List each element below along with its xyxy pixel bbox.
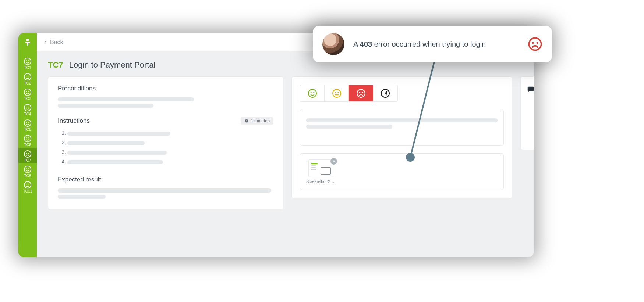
result-note-box[interactable] <box>300 109 504 146</box>
attachment-box: ✕ Screenshot-20… <box>300 153 504 190</box>
svg-point-14 <box>28 107 29 107</box>
svg-point-28 <box>26 184 27 184</box>
app-frame: TC1 TC2 TC3 TC4 TC5 <box>18 33 534 257</box>
clock-icon <box>244 119 249 123</box>
sidebar-item-tc7[interactable]: TC7 <box>18 148 37 163</box>
svg-point-16 <box>26 122 27 123</box>
instructions-list <box>58 128 273 166</box>
instructions-heading: Instructions <box>58 117 90 125</box>
smile-icon <box>308 89 317 98</box>
avatar <box>322 33 344 55</box>
error-toast: A 403 error occurred when trying to logi… <box>313 26 552 62</box>
sidebar-item-tc11[interactable]: TC11 <box>18 179 37 194</box>
rating-pass-button[interactable] <box>300 85 325 101</box>
svg-point-20 <box>28 137 29 138</box>
instruction-item <box>67 128 273 138</box>
sidebar-item-label: TC8 <box>24 174 31 178</box>
details-card: Preconditions Instructions 1 minutes <box>48 76 283 209</box>
placeholder-line <box>58 195 106 199</box>
result-card: ✕ Screenshot-20… <box>291 76 512 198</box>
svg-point-33 <box>313 92 314 93</box>
svg-point-3 <box>24 58 31 65</box>
svg-point-27 <box>24 181 31 188</box>
svg-point-34 <box>333 89 341 97</box>
frown-icon <box>528 37 542 51</box>
svg-point-35 <box>335 92 336 93</box>
rating-warn-button[interactable] <box>325 85 349 101</box>
sidebar-item-label: TC2 <box>24 81 31 85</box>
instruction-item <box>67 138 273 147</box>
neutral-icon <box>332 89 342 98</box>
sidebar-item-label: TC5 <box>24 127 31 132</box>
svg-point-23 <box>28 153 29 154</box>
rating-fail-button[interactable] <box>349 85 373 101</box>
svg-point-8 <box>28 76 29 76</box>
face-icon <box>24 181 32 189</box>
svg-point-29 <box>28 184 29 184</box>
attachment-thumb[interactable]: ✕ Screenshot-20… <box>306 159 336 184</box>
sidebar-item-tc3[interactable]: TC3 <box>18 86 37 101</box>
back-button[interactable]: Back <box>43 39 63 46</box>
svg-point-11 <box>28 91 29 92</box>
sidebar-item-label: TC11 <box>23 189 32 193</box>
sidebar-item-tc8[interactable]: TC8 <box>18 163 37 179</box>
sidebar-item-tc2[interactable]: TC2 <box>18 71 37 86</box>
rating-blocked-button[interactable] <box>373 85 397 101</box>
svg-point-12 <box>24 104 31 111</box>
face-icon <box>24 150 32 158</box>
attachment-filename: Screenshot-20… <box>306 179 336 184</box>
svg-point-36 <box>337 92 339 93</box>
sidebar-item-label: TC1 <box>24 66 31 70</box>
sidebar-item-tc4[interactable]: TC4 <box>18 101 37 117</box>
svg-point-7 <box>26 76 27 76</box>
placeholder-line <box>58 97 194 101</box>
sidebar-item-tc1[interactable]: TC1 <box>18 55 37 71</box>
blocked-icon <box>381 89 390 98</box>
svg-point-39 <box>362 92 363 93</box>
svg-point-13 <box>26 107 27 107</box>
svg-point-31 <box>308 89 316 97</box>
svg-point-19 <box>26 137 27 138</box>
placeholder-line <box>306 118 498 122</box>
sidebar-item-tc6[interactable]: TC6 <box>18 132 37 148</box>
placeholder-line <box>306 125 392 129</box>
main-area: Back TC7 Login to Payment Portal Precond… <box>37 33 534 257</box>
test-case-name: Login to Payment Portal <box>69 60 156 69</box>
instruction-item <box>67 147 273 157</box>
sidebar-item-label: TC3 <box>24 97 31 101</box>
svg-point-45 <box>536 42 538 44</box>
svg-point-4 <box>26 60 27 61</box>
logo-icon <box>23 37 32 47</box>
placeholder-line <box>58 188 271 193</box>
chevron-left-icon <box>43 40 48 44</box>
svg-point-10 <box>26 91 27 92</box>
svg-point-0 <box>26 39 29 41</box>
sidebar-item-label: TC4 <box>24 112 31 116</box>
svg-point-25 <box>26 168 27 169</box>
placeholder-line <box>58 104 153 108</box>
svg-point-38 <box>359 92 360 93</box>
preconditions-heading: Preconditions <box>58 85 273 92</box>
svg-point-18 <box>24 135 31 142</box>
comments-panel[interactable] <box>520 76 534 150</box>
svg-point-17 <box>28 122 29 123</box>
sidebar-item-label: TC7 <box>24 158 31 162</box>
svg-point-32 <box>310 92 311 93</box>
svg-point-24 <box>24 166 31 173</box>
svg-point-21 <box>24 151 31 157</box>
instruction-item <box>67 157 273 166</box>
svg-point-37 <box>357 89 365 97</box>
test-case-id: TC7 <box>48 60 63 69</box>
face-icon <box>24 119 32 127</box>
rating-group <box>300 85 398 102</box>
svg-point-15 <box>24 120 31 126</box>
sidebar-item-tc5[interactable]: TC5 <box>18 117 37 132</box>
svg-point-43 <box>529 38 541 50</box>
app-logo <box>18 33 37 51</box>
frown-icon <box>356 89 366 98</box>
svg-point-26 <box>28 168 29 169</box>
face-icon <box>24 73 32 81</box>
remove-attachment-button[interactable]: ✕ <box>330 158 337 165</box>
svg-rect-2 <box>27 42 28 46</box>
face-icon <box>24 165 32 173</box>
